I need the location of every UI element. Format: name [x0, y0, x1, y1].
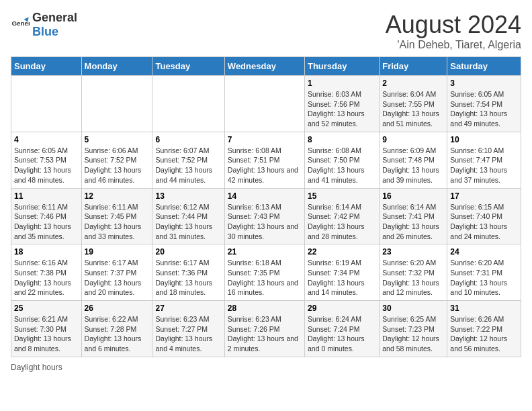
col-wednesday: Wednesday	[224, 57, 304, 76]
day-number: 16	[382, 191, 444, 201]
calendar-table: Sunday Monday Tuesday Wednesday Thursday…	[11, 56, 521, 357]
col-tuesday: Tuesday	[152, 57, 224, 76]
day-number: 11	[14, 191, 79, 201]
day-cell: 14 Sunrise: 6:13 AMSunset: 7:43 PMDaylig…	[224, 188, 304, 244]
day-number: 17	[450, 191, 518, 201]
col-sunday: Sunday	[11, 57, 82, 76]
day-info: Sunrise: 6:05 AMSunset: 7:53 PMDaylight:…	[14, 146, 79, 185]
day-info: Sunrise: 6:03 AMSunset: 7:56 PMDaylight:…	[308, 89, 376, 129]
day-number: 29	[308, 304, 376, 313]
day-cell: 21 Sunrise: 6:18 AMSunset: 7:35 PMDaylig…	[224, 244, 304, 301]
col-thursday: Thursday	[304, 57, 379, 76]
day-info: Sunrise: 6:23 AMSunset: 7:26 PMDaylight:…	[228, 314, 302, 354]
day-number: 24	[450, 247, 518, 257]
day-cell: 30 Sunrise: 6:25 AMSunset: 7:23 PMDaylig…	[380, 301, 447, 357]
day-cell: 28 Sunrise: 6:23 AMSunset: 7:26 PMDaylig…	[224, 301, 304, 357]
day-number: 26	[85, 304, 150, 313]
day-cell: 27 Sunrise: 6:23 AMSunset: 7:27 PMDaylig…	[152, 301, 224, 357]
day-cell: 6 Sunrise: 6:07 AMSunset: 7:52 PMDayligh…	[152, 132, 224, 188]
day-cell: 12 Sunrise: 6:11 AMSunset: 7:45 PMDaylig…	[81, 188, 152, 244]
day-info: Sunrise: 6:17 AMSunset: 7:37 PMDaylight:…	[85, 258, 150, 298]
col-monday: Monday	[81, 57, 152, 76]
week-row-3: 11 Sunrise: 6:11 AMSunset: 7:46 PMDaylig…	[11, 188, 521, 244]
day-info: Sunrise: 6:24 AMSunset: 7:24 PMDaylight:…	[308, 314, 376, 354]
day-info: Sunrise: 6:23 AMSunset: 7:27 PMDaylight:…	[155, 314, 221, 354]
day-info: Sunrise: 6:11 AMSunset: 7:45 PMDaylight:…	[85, 202, 150, 242]
day-cell	[224, 76, 304, 132]
logo-general: General	[32, 11, 77, 24]
day-number: 18	[14, 247, 79, 257]
day-cell: 11 Sunrise: 6:11 AMSunset: 7:46 PMDaylig…	[11, 188, 82, 244]
logo-icon: General	[11, 15, 30, 34]
day-info: Sunrise: 6:26 AMSunset: 7:22 PMDaylight:…	[450, 314, 518, 354]
day-number: 27	[155, 304, 221, 313]
day-cell: 3 Sunrise: 6:05 AMSunset: 7:54 PMDayligh…	[447, 76, 521, 132]
day-cell: 18 Sunrise: 6:16 AMSunset: 7:38 PMDaylig…	[11, 244, 82, 301]
day-info: Sunrise: 6:17 AMSunset: 7:36 PMDaylight:…	[155, 258, 221, 298]
day-number: 31	[450, 304, 518, 313]
day-cell: 29 Sunrise: 6:24 AMSunset: 7:24 PMDaylig…	[304, 301, 379, 357]
logo: General General Blue	[11, 11, 77, 39]
day-number: 21	[228, 247, 302, 257]
day-number: 28	[228, 304, 302, 313]
col-saturday: Saturday	[447, 57, 521, 76]
day-cell	[152, 76, 224, 132]
main-title: August 2024	[386, 11, 521, 39]
day-cell: 22 Sunrise: 6:19 AMSunset: 7:34 PMDaylig…	[304, 244, 379, 301]
week-row-4: 18 Sunrise: 6:16 AMSunset: 7:38 PMDaylig…	[11, 244, 521, 301]
day-number: 30	[382, 304, 444, 313]
day-number: 5	[85, 135, 150, 144]
day-cell: 10 Sunrise: 6:10 AMSunset: 7:47 PMDaylig…	[447, 132, 521, 188]
day-cell: 13 Sunrise: 6:12 AMSunset: 7:44 PMDaylig…	[152, 188, 224, 244]
day-number: 2	[382, 79, 444, 88]
day-number: 8	[308, 135, 376, 144]
day-info: Sunrise: 6:22 AMSunset: 7:28 PMDaylight:…	[85, 314, 150, 354]
day-info: Sunrise: 6:14 AMSunset: 7:41 PMDaylight:…	[382, 202, 444, 242]
day-info: Sunrise: 6:09 AMSunset: 7:48 PMDaylight:…	[382, 146, 444, 185]
day-info: Sunrise: 6:06 AMSunset: 7:52 PMDaylight:…	[85, 146, 150, 185]
day-number: 14	[228, 191, 302, 201]
day-cell	[81, 76, 152, 132]
day-info: Sunrise: 6:21 AMSunset: 7:30 PMDaylight:…	[14, 314, 79, 354]
day-cell: 31 Sunrise: 6:26 AMSunset: 7:22 PMDaylig…	[447, 301, 521, 357]
day-info: Sunrise: 6:07 AMSunset: 7:52 PMDaylight:…	[155, 146, 221, 185]
day-number: 22	[308, 247, 376, 257]
day-number: 15	[308, 191, 376, 201]
day-cell: 2 Sunrise: 6:04 AMSunset: 7:55 PMDayligh…	[380, 76, 447, 132]
day-number: 12	[85, 191, 150, 201]
day-cell	[11, 76, 82, 132]
day-cell: 19 Sunrise: 6:17 AMSunset: 7:37 PMDaylig…	[81, 244, 152, 301]
header-row: Sunday Monday Tuesday Wednesday Thursday…	[11, 57, 521, 76]
day-number: 19	[85, 247, 150, 257]
day-number: 7	[228, 135, 302, 144]
day-number: 1	[308, 79, 376, 88]
day-cell: 15 Sunrise: 6:14 AMSunset: 7:42 PMDaylig…	[304, 188, 379, 244]
header: General General Blue August 2024 'Ain De…	[11, 11, 521, 51]
day-info: Sunrise: 6:20 AMSunset: 7:32 PMDaylight:…	[382, 258, 444, 298]
day-info: Sunrise: 6:10 AMSunset: 7:47 PMDaylight:…	[450, 146, 518, 185]
logo-text: General Blue	[32, 11, 77, 39]
day-info: Sunrise: 6:18 AMSunset: 7:35 PMDaylight:…	[228, 258, 302, 298]
day-number: 6	[155, 135, 221, 144]
day-number: 3	[450, 79, 518, 88]
day-cell: 7 Sunrise: 6:08 AMSunset: 7:51 PMDayligh…	[224, 132, 304, 188]
day-number: 23	[382, 247, 444, 257]
day-cell: 20 Sunrise: 6:17 AMSunset: 7:36 PMDaylig…	[152, 244, 224, 301]
daylight-label: Daylight hours	[11, 363, 62, 372]
footer-note: Daylight hours	[11, 363, 521, 372]
day-number: 25	[14, 304, 79, 313]
day-info: Sunrise: 6:25 AMSunset: 7:23 PMDaylight:…	[382, 314, 444, 354]
day-info: Sunrise: 6:14 AMSunset: 7:42 PMDaylight:…	[308, 202, 376, 242]
day-cell: 1 Sunrise: 6:03 AMSunset: 7:56 PMDayligh…	[304, 76, 379, 132]
title-area: August 2024 'Ain Deheb, Tiaret, Algeria	[386, 11, 521, 51]
day-cell: 5 Sunrise: 6:06 AMSunset: 7:52 PMDayligh…	[81, 132, 152, 188]
day-info: Sunrise: 6:08 AMSunset: 7:50 PMDaylight:…	[308, 146, 376, 185]
day-cell: 25 Sunrise: 6:21 AMSunset: 7:30 PMDaylig…	[11, 301, 82, 357]
day-number: 10	[450, 135, 518, 144]
day-cell: 26 Sunrise: 6:22 AMSunset: 7:28 PMDaylig…	[81, 301, 152, 357]
subtitle: 'Ain Deheb, Tiaret, Algeria	[386, 39, 521, 51]
day-cell: 9 Sunrise: 6:09 AMSunset: 7:48 PMDayligh…	[380, 132, 447, 188]
day-info: Sunrise: 6:04 AMSunset: 7:55 PMDaylight:…	[382, 89, 444, 129]
day-info: Sunrise: 6:12 AMSunset: 7:44 PMDaylight:…	[155, 202, 221, 242]
logo-blue: Blue	[32, 25, 58, 38]
